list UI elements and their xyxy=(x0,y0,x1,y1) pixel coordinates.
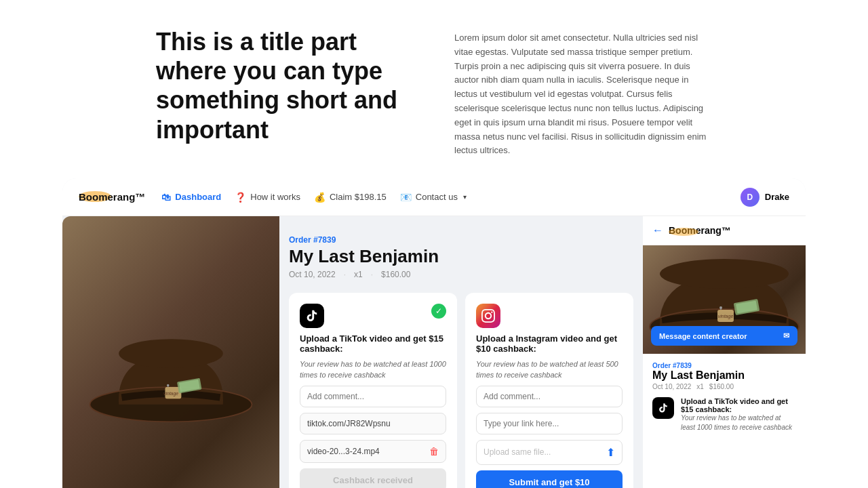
nav-item-how-it-works[interactable]: ❓ How it works xyxy=(235,189,300,205)
cards-row: ✓ Upload a TikTok video and get $15 cash… xyxy=(289,293,633,488)
svg-point-10 xyxy=(660,259,789,289)
avatar: D xyxy=(741,188,760,207)
tiktok-file-name: video-20...3-24.mp4 xyxy=(307,447,380,456)
tiktok-file-row: video-20...3-24.mp4 🗑 xyxy=(300,440,446,463)
dashboard-icon: 🛍 xyxy=(161,192,171,203)
product-price: $160.00 xyxy=(381,270,410,279)
tiktok-link-value: tiktok.com/JR82Wpsnu xyxy=(307,419,391,428)
navbar: Boomerang™ 🛍 Dashboard ❓ How it works 💰 … xyxy=(62,178,806,216)
nav-label-how-it-works: How it works xyxy=(250,192,300,202)
nav-items: 🛍 Dashboard ❓ How it works 💰 Claim $198.… xyxy=(161,189,741,205)
tiktok-card: ✓ Upload a TikTok video and get $15 cash… xyxy=(289,293,457,488)
phone-navbar: ← Boomerang™ xyxy=(643,216,806,245)
right-panel: ← Boomerang™ vintage xyxy=(643,216,806,488)
nav-logo[interactable]: Boomerang™ xyxy=(79,191,145,203)
instagram-card-header xyxy=(476,304,623,328)
phone-tiktok-title: Upload a TikTok video and get $15 cashba… xyxy=(681,397,796,413)
app-container: Boomerang™ 🛍 Dashboard ❓ How it works 💰 … xyxy=(62,178,806,488)
delete-icon[interactable]: 🗑 xyxy=(429,446,439,457)
phone-order-label: Order #7839 xyxy=(652,362,796,369)
upload-icon: ⬆ xyxy=(606,446,615,459)
phone-content: Order #7839 My Last Benjamin Oct 10, 202… xyxy=(643,354,806,441)
instagram-card-desc: Your review has to be watched at least 5… xyxy=(476,359,623,380)
how-icon: ❓ xyxy=(235,192,246,203)
product-header: Order #7839 My Last Benjamin Oct 10, 202… xyxy=(289,227,633,285)
product-title: My Last Benjamin xyxy=(289,246,633,267)
hat-image-inner: vintage xyxy=(62,216,279,488)
hat-illustration: vintage xyxy=(84,248,258,488)
svg-text:vintage: vintage xyxy=(163,391,178,396)
phone-price: $160.00 xyxy=(709,383,734,390)
phone-tiktok-desc: Your review has to be watched at least 1… xyxy=(681,413,796,432)
product-date: Oct 10, 2022 xyxy=(289,270,336,279)
tiktok-card-title: Upload a TikTok video and get $15 cashba… xyxy=(300,333,446,354)
contact-icon: 📧 xyxy=(400,192,412,203)
hero-section: This is a title part where you can type … xyxy=(0,0,868,178)
message-creator-button[interactable]: Message content creator ✉ xyxy=(651,326,797,346)
app-body: vintage View order details in store 🛒 xyxy=(62,216,806,488)
instagram-card: Upload a Instagram video and get $10 cas… xyxy=(465,293,633,488)
nav-item-dashboard[interactable]: 🛍 Dashboard xyxy=(161,189,221,205)
phone-hat-image: vintage Message content creator ✉ xyxy=(643,245,806,354)
hero-body: Lorem ipsum dolor sit amet consectetur. … xyxy=(454,27,712,158)
phone-card-text: Upload a TikTok video and get $15 cashba… xyxy=(681,397,796,432)
nav-item-contact[interactable]: 📧 Contact us ▾ xyxy=(400,189,467,205)
tiktok-card-desc: Your review has to be watched at least 1… xyxy=(300,359,446,380)
instagram-upload-row[interactable]: Upload same file... ⬆ xyxy=(476,440,623,465)
tiktok-link-row: tiktok.com/JR82Wpsnu xyxy=(300,413,446,434)
phone-tiktok-icon xyxy=(652,397,674,419)
logo-text: Boomerang™ xyxy=(79,191,145,203)
tiktok-icon xyxy=(300,304,324,328)
instagram-comment-input[interactable] xyxy=(476,386,623,407)
username: Drake xyxy=(765,192,789,202)
instagram-submit-button[interactable]: Submit and get $10 xyxy=(476,470,623,488)
tiktok-comment-input[interactable] xyxy=(300,386,446,407)
phone-date: Oct 10, 2022 xyxy=(652,383,691,390)
instagram-card-title: Upload a Instagram video and get $10 cas… xyxy=(476,333,623,354)
hat-image: vintage View order details in store 🛒 xyxy=(62,216,279,488)
svg-point-1 xyxy=(119,339,223,368)
phone-qty: x1 xyxy=(696,383,704,390)
svg-point-15 xyxy=(719,306,722,309)
tiktok-cashback-button[interactable]: Cashback received xyxy=(300,468,446,488)
instagram-icon xyxy=(476,304,500,328)
claim-icon: 💰 xyxy=(314,192,326,203)
center-panel: Order #7839 My Last Benjamin Oct 10, 202… xyxy=(279,216,643,488)
nav-label-contact: Contact us xyxy=(416,192,458,202)
product-meta: Oct 10, 2022 · x1 · $160.00 xyxy=(289,270,633,279)
phone-tiktok-row: Upload a TikTok video and get $15 cashba… xyxy=(652,397,796,432)
product-qty: x1 xyxy=(354,270,363,279)
nav-item-claim[interactable]: 💰 Claim $198.15 xyxy=(314,189,387,205)
message-icon: ✉ xyxy=(783,331,789,340)
svg-text:vintage: vintage xyxy=(718,314,734,319)
left-panel: vintage View order details in store 🛒 xyxy=(62,216,279,488)
chevron-down-icon: ▾ xyxy=(463,193,467,201)
phone-logo: Boomerang™ xyxy=(669,225,731,236)
nav-user[interactable]: D Drake xyxy=(741,188,789,207)
nav-label-dashboard: Dashboard xyxy=(175,192,221,202)
phone-product-meta: Oct 10, 2022 x1 $160.00 xyxy=(652,383,796,390)
message-btn-text: Message content creator xyxy=(659,332,747,340)
back-arrow-icon[interactable]: ← xyxy=(652,224,663,237)
instagram-link-input[interactable] xyxy=(476,413,623,434)
order-label: Order #7839 xyxy=(289,235,633,245)
svg-point-6 xyxy=(167,384,169,386)
completed-badge: ✓ xyxy=(431,304,446,319)
upload-placeholder: Upload same file... xyxy=(484,447,551,457)
tiktok-card-header: ✓ xyxy=(300,304,446,328)
phone-product-title: My Last Benjamin xyxy=(652,369,796,382)
hero-title: This is a title part where you can type … xyxy=(156,27,414,144)
nav-label-claim: Claim $198.15 xyxy=(330,192,387,202)
